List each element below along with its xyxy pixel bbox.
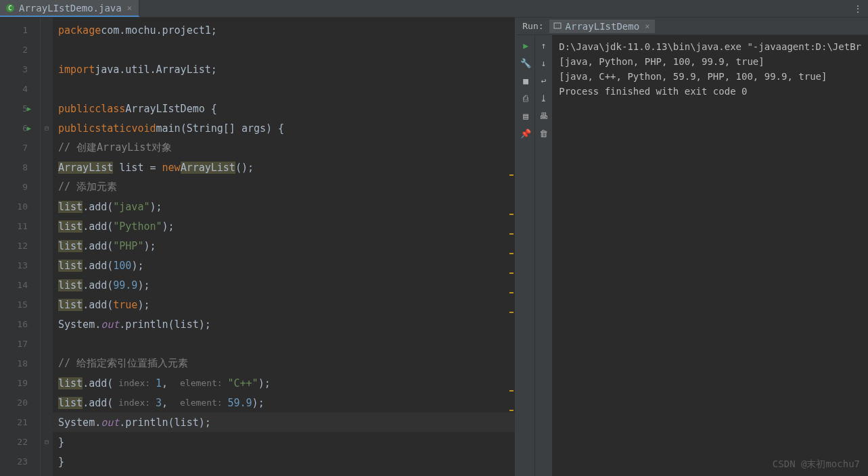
line-number[interactable]: 10: [0, 197, 40, 216]
line-number[interactable]: 19: [0, 373, 40, 393]
run-pane: Run: ArrayLIstDemo × ▶ 🔧 ■ ⎙ ▤ 📌 ↑ ↓ ↩ ⤓: [517, 18, 868, 476]
svg-rect-2: [554, 23, 561, 28]
line-number[interactable]: 12: [0, 236, 40, 256]
code-area[interactable]: package com.mochu.project1; import java.…: [53, 18, 515, 476]
run-toolbar-right: ↑ ↓ ↩ ⤓ 🖶 🗑: [534, 35, 552, 476]
scroll-end-icon[interactable]: ⤓: [536, 91, 551, 105]
run-body: ▶ 🔧 ■ ⎙ ▤ 📌 ↑ ↓ ↩ ⤓ 🖶 🗑 D:\Java\jdk-11.0…: [517, 35, 868, 476]
editor-pane: ⚠ 10 ˄ ˅ 1 2 3 4 5▶ 6▶ 7 8 9 10 11 12 13…: [0, 18, 515, 476]
line-number[interactable]: 5▶: [0, 99, 40, 118]
up-icon[interactable]: ↑: [536, 38, 551, 53]
line-number[interactable]: 16: [0, 314, 40, 334]
line-number[interactable]: 21: [0, 412, 40, 432]
app-icon: [553, 21, 562, 32]
console-line: D:\Java\jdk-11.0.13\bin\java.exe "-javaa…: [559, 39, 861, 54]
console-output[interactable]: D:\Java\jdk-11.0.13\bin\java.exe "-javaa…: [552, 35, 868, 476]
console-line: [java, C++, Python, 59.9, PHP, 100, 99.9…: [559, 69, 861, 84]
run-config-tab[interactable]: ArrayLIstDemo ×: [549, 20, 656, 33]
run-config-name: ArrayLIstDemo: [566, 21, 640, 32]
fold-icon[interactable]: ⊟: [41, 432, 53, 452]
line-number[interactable]: 20: [0, 393, 40, 412]
line-number[interactable]: 2: [0, 40, 40, 60]
fold-gutter: ⊟ ⊟: [41, 18, 53, 476]
line-number[interactable]: 6▶: [0, 118, 40, 138]
main-area: ⚠ 10 ˄ ˅ 1 2 3 4 5▶ 6▶ 7 8 9 10 11 12 13…: [0, 18, 868, 476]
line-number[interactable]: 8: [0, 158, 40, 177]
thread-dump-icon[interactable]: ⎙: [518, 91, 533, 105]
editor-tabs: C ArrayLIstDemo.java × ⋮: [0, 0, 868, 18]
line-number[interactable]: 14: [0, 275, 40, 295]
run-gutter-icon[interactable]: ▶: [27, 105, 31, 112]
line-number[interactable]: 4: [0, 79, 40, 99]
run-gutter-icon[interactable]: ▶: [27, 124, 31, 132]
line-number[interactable]: 22: [0, 432, 40, 452]
watermark: CSDN @末初mochu7: [773, 458, 860, 471]
line-number[interactable]: 3: [0, 60, 40, 79]
layout-icon[interactable]: ▤: [518, 108, 533, 123]
pin-icon[interactable]: 📌: [518, 126, 533, 141]
down-icon[interactable]: ↓: [536, 55, 551, 70]
line-number[interactable]: 17: [0, 334, 40, 354]
line-number[interactable]: 9: [0, 177, 40, 197]
line-number[interactable]: 7: [0, 138, 40, 158]
editor-content: 1 2 3 4 5▶ 6▶ 7 8 9 10 11 12 13 14 15 16…: [0, 18, 515, 476]
tab-title: ArrayLIstDemo.java: [19, 3, 122, 14]
line-number[interactable]: 1: [0, 20, 40, 40]
line-gutter: 1 2 3 4 5▶ 6▶ 7 8 9 10 11 12 13 14 15 16…: [0, 18, 41, 476]
print-icon[interactable]: 🖶: [536, 108, 551, 123]
line-number[interactable]: 11: [0, 216, 40, 236]
file-tab[interactable]: C ArrayLIstDemo.java ×: [0, 0, 139, 17]
svg-text:C: C: [8, 5, 12, 11]
stop-icon[interactable]: ■: [518, 73, 533, 88]
wrap-icon[interactable]: ↩: [536, 73, 551, 88]
clear-icon[interactable]: 🗑: [536, 126, 551, 141]
close-icon[interactable]: ×: [126, 3, 133, 13]
console-line: Process finished with exit code 0: [559, 84, 861, 99]
run-toolbar-left: ▶ 🔧 ■ ⎙ ▤ 📌: [517, 35, 534, 476]
settings-icon[interactable]: 🔧: [518, 55, 533, 70]
fold-icon[interactable]: ⊟: [41, 118, 53, 138]
java-class-icon: C: [5, 3, 15, 13]
line-number[interactable]: 13: [0, 256, 40, 275]
close-icon[interactable]: ×: [643, 22, 651, 31]
console-line: [java, Python, PHP, 100, 99.9, true]: [559, 54, 861, 69]
rerun-icon[interactable]: ▶: [518, 38, 533, 53]
more-icon[interactable]: ⋮: [848, 3, 868, 14]
line-number[interactable]: 23: [0, 452, 40, 471]
run-header: Run: ArrayLIstDemo ×: [517, 18, 868, 35]
line-number[interactable]: 15: [0, 295, 40, 314]
line-number[interactable]: 18: [0, 354, 40, 373]
run-label: Run:: [522, 21, 543, 31]
